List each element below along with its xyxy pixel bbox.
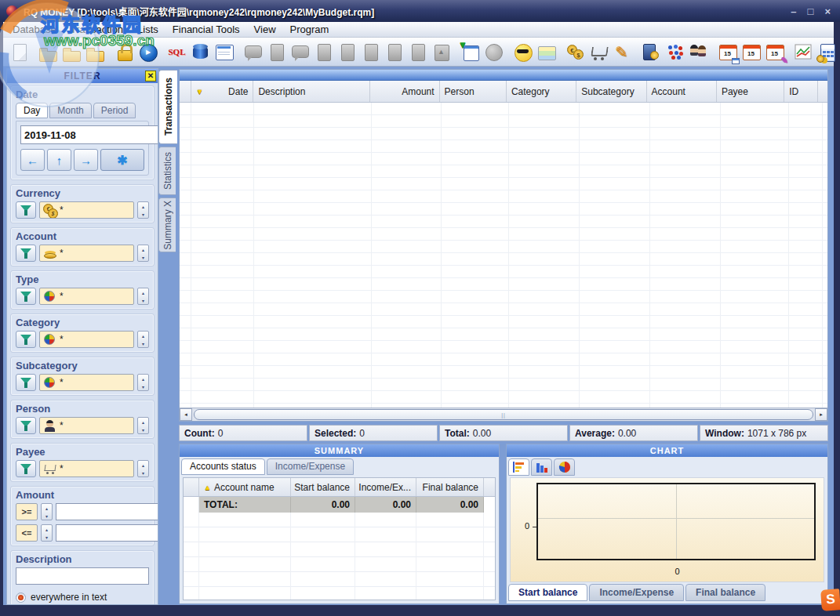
close-database-icon[interactable]: → bbox=[84, 41, 107, 63]
tab-statistics[interactable]: Statistics bbox=[158, 147, 176, 195]
date-input[interactable] bbox=[20, 125, 158, 144]
column-header-person[interactable]: Person bbox=[440, 81, 507, 102]
column-header-id[interactable]: ID bbox=[784, 81, 818, 102]
save-database-icon[interactable]: → bbox=[60, 41, 83, 63]
sql-console-icon[interactable] bbox=[165, 41, 188, 63]
category-combo[interactable]: * bbox=[39, 331, 134, 348]
amount-max-input[interactable] bbox=[56, 524, 158, 542]
calendar-icon[interactable] bbox=[740, 41, 762, 63]
tab-month[interactable]: Month bbox=[49, 103, 91, 118]
statistics-chart-icon[interactable] bbox=[792, 41, 815, 63]
menu-program[interactable]: Program bbox=[290, 24, 329, 35]
calendar-overview-icon[interactable] bbox=[716, 41, 739, 63]
emoticons-icon[interactable] bbox=[511, 41, 534, 63]
column-header-amount[interactable]: Amount bbox=[370, 81, 439, 102]
chart-type-bar-horizontal-icon[interactable] bbox=[508, 458, 529, 476]
summary-column-final-balance[interactable]: Final balance bbox=[416, 478, 484, 496]
scroll-left-icon[interactable]: ◂ bbox=[180, 408, 192, 421]
next-day-button[interactable]: → bbox=[74, 149, 98, 171]
tab-summary-x[interactable]: Summary X bbox=[158, 197, 176, 252]
menu-financial-tools[interactable]: Financial Tools bbox=[173, 24, 240, 35]
tab-start-balance[interactable]: Start balance bbox=[508, 584, 587, 601]
account-combo[interactable]: * bbox=[39, 245, 134, 262]
amount-le-operator[interactable]: <= bbox=[16, 524, 38, 542]
menu-lists[interactable]: Lists bbox=[137, 24, 158, 35]
quick-edit-icon[interactable] bbox=[611, 41, 634, 63]
subcategory-spinner[interactable]: ▴▾ bbox=[137, 374, 149, 391]
database-maintenance-icon[interactable] bbox=[189, 41, 212, 63]
person-spinner[interactable]: ▴▾ bbox=[137, 417, 149, 434]
chart-type-bar-vertical-icon[interactable] bbox=[531, 458, 552, 476]
chart-type-pie-icon[interactable] bbox=[554, 458, 575, 476]
menu-transaction[interactable]: Transaction bbox=[71, 24, 123, 35]
open-database-icon[interactable]: → bbox=[37, 41, 60, 63]
radio-everywhere[interactable] bbox=[16, 592, 26, 603]
summary-column-account-name[interactable]: ▲Account name bbox=[199, 478, 291, 496]
column-header-account[interactable]: Account bbox=[647, 81, 717, 102]
type-funnel-button[interactable] bbox=[16, 288, 36, 305]
column-header-date[interactable]: ▼Date bbox=[191, 81, 253, 102]
currency-combo[interactable]: * bbox=[39, 201, 134, 219]
all-dates-button[interactable]: ✱ bbox=[100, 149, 144, 171]
tab-transactions[interactable]: Transactions bbox=[158, 70, 177, 144]
amount-min-input[interactable] bbox=[56, 503, 158, 520]
category-spinner[interactable]: ▴▾ bbox=[137, 331, 149, 348]
currency-spinner[interactable]: ▴▾ bbox=[137, 201, 149, 219]
column-header-category[interactable]: Category bbox=[507, 81, 576, 102]
payee-combo[interactable]: * bbox=[39, 460, 134, 477]
subcategory-combo[interactable]: * bbox=[39, 374, 134, 391]
tab-income-expense-chart[interactable]: Income/Expense bbox=[589, 584, 684, 601]
subcategory-funnel-button[interactable] bbox=[16, 374, 36, 391]
tab-period[interactable]: Period bbox=[93, 103, 136, 118]
start-pause-icon[interactable] bbox=[136, 41, 159, 63]
person-funnel-button[interactable] bbox=[16, 417, 36, 434]
tab-income-expense[interactable]: Income/Expense bbox=[267, 458, 354, 475]
scrollbar-thumb[interactable]: || bbox=[194, 409, 813, 420]
description-search-input[interactable] bbox=[16, 567, 149, 585]
new-document-icon[interactable] bbox=[8, 41, 31, 63]
summary-column-income-expense[interactable]: Income/Ex... bbox=[355, 478, 416, 496]
column-header-subcategory[interactable]: Subcategory bbox=[576, 81, 646, 102]
title-bar: RQ MONEY [D:\tools\桌面\河东软件园\rqmoney242\r… bbox=[0, 0, 840, 22]
person-combo[interactable]: * bbox=[39, 417, 134, 434]
amount-le-spinner[interactable]: ▴▾ bbox=[41, 524, 53, 542]
summary-column-start-balance[interactable]: Start balance bbox=[291, 478, 355, 496]
filter-close-icon[interactable]: ✕ bbox=[145, 71, 156, 82]
menu-view[interactable]: View bbox=[254, 24, 276, 35]
calendar-edit-icon[interactable]: ✎ bbox=[763, 41, 786, 63]
minimize-button[interactable]: – bbox=[791, 5, 796, 17]
category-funnel-button[interactable] bbox=[16, 331, 36, 348]
payees-icon[interactable] bbox=[640, 41, 663, 63]
type-spinner[interactable]: ▴▾ bbox=[137, 288, 149, 305]
current-day-button[interactable]: ↑ bbox=[47, 149, 71, 171]
type-label: Type bbox=[16, 274, 149, 285]
amount-ge-operator[interactable]: >= bbox=[16, 503, 38, 520]
shopping-cart-icon[interactable] bbox=[587, 41, 610, 63]
persons-icon[interactable] bbox=[687, 41, 710, 63]
payee-funnel-button[interactable] bbox=[16, 460, 36, 477]
summary-empty-rows bbox=[184, 513, 495, 600]
tab-final-balance[interactable]: Final balance bbox=[685, 584, 765, 601]
payee-spinner[interactable]: ▴▾ bbox=[137, 460, 149, 477]
account-funnel-button[interactable] bbox=[16, 245, 36, 262]
column-header-description[interactable]: Description bbox=[253, 81, 370, 102]
lock-database-icon[interactable] bbox=[113, 41, 136, 63]
tab-day[interactable]: Day bbox=[16, 103, 48, 118]
account-spinner[interactable]: ▴▾ bbox=[137, 245, 149, 262]
currencies-icon[interactable]: €$ bbox=[564, 41, 587, 63]
import-data-icon[interactable] bbox=[459, 41, 482, 63]
scroll-right-icon[interactable]: ▸ bbox=[815, 408, 827, 421]
loan-calculator-icon[interactable] bbox=[816, 41, 838, 63]
preferences-form-icon[interactable] bbox=[213, 41, 235, 63]
menu-database[interactable]: Database bbox=[13, 24, 56, 35]
maximize-button[interactable]: □ bbox=[808, 5, 814, 17]
prev-day-button[interactable]: ← bbox=[20, 149, 45, 171]
amount-ge-spinner[interactable]: ▴▾ bbox=[41, 503, 53, 520]
notes-icon[interactable] bbox=[535, 41, 558, 63]
currency-funnel-button[interactable] bbox=[16, 201, 36, 219]
categories-icon[interactable] bbox=[664, 41, 686, 63]
column-header-payee[interactable]: Payee bbox=[717, 81, 784, 102]
close-button[interactable]: × bbox=[824, 5, 831, 17]
type-combo[interactable]: * bbox=[39, 288, 134, 305]
tab-accounts-status[interactable]: Accounts status bbox=[181, 458, 265, 475]
